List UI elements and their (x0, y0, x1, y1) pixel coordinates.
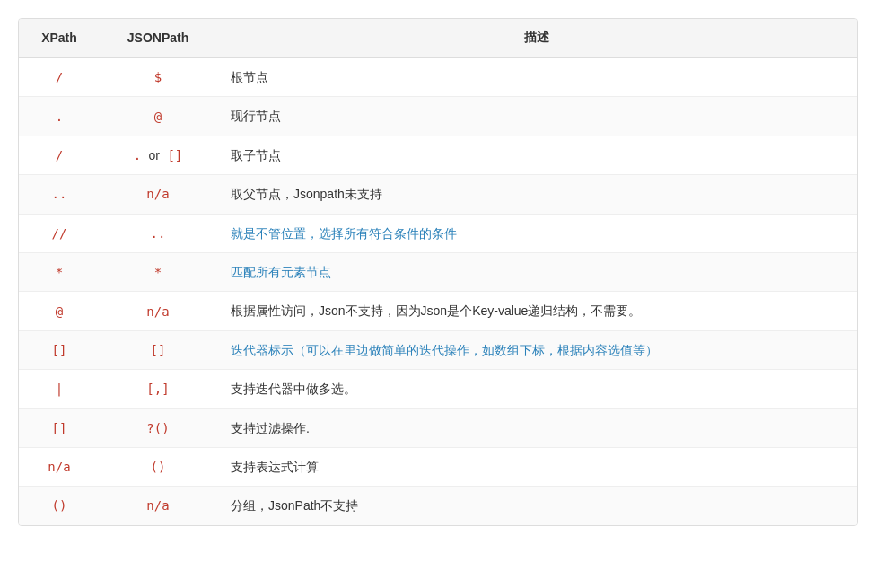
desc-header: 描述 (216, 19, 857, 57)
table-row: /$根节点 (19, 57, 857, 97)
desc-cell: 支持迭代器中做多选。 (216, 370, 857, 408)
table-row: //..就是不管位置，选择所有符合条件的条件 (19, 214, 857, 252)
table-row: []?()支持过滤操作. (19, 408, 857, 447)
jsonpath-cell: n/a (100, 292, 216, 330)
desc-cell: 现行节点 (216, 97, 857, 136)
xpath-cell: / (19, 136, 100, 174)
jsonpath-header: JSONPath (100, 19, 216, 57)
xpath-cell: @ (19, 292, 100, 330)
jsonpath-cell: [,] (100, 370, 216, 408)
jsonpath-cell: . or [] (100, 136, 216, 174)
jsonpath-cell: () (100, 447, 216, 486)
table-row: **匹配所有元素节点 (19, 252, 857, 291)
table-header-row: XPath JSONPath 描述 (19, 19, 857, 57)
comparison-table: XPath JSONPath 描述 /$根节点.@现行节点/. or []取子节… (18, 18, 858, 526)
desc-cell: 支持表达式计算 (216, 447, 857, 486)
table-row: n/a()支持表达式计算 (19, 447, 857, 486)
jsonpath-cell: n/a (100, 175, 216, 214)
jsonpath-cell: $ (100, 57, 216, 97)
jsonpath-cell: .. (100, 214, 216, 252)
table-row: /. or []取子节点 (19, 136, 857, 174)
xpath-cell: // (19, 214, 100, 252)
desc-cell: 匹配所有元素节点 (216, 252, 857, 291)
desc-cell: 支持过滤操作. (216, 408, 857, 447)
table-row: |[,]支持迭代器中做多选。 (19, 370, 857, 408)
desc-cell: 根据属性访问，Json不支持，因为Json是个Key-value递归结构，不需要… (216, 292, 857, 330)
jsonpath-cell: * (100, 252, 216, 291)
jsonpath-cell: @ (100, 97, 216, 136)
xpath-header: XPath (19, 19, 100, 57)
xpath-cell: n/a (19, 447, 100, 486)
table-row: [][]迭代器标示（可以在里边做简单的迭代操作，如数组下标，根据内容选值等） (19, 330, 857, 369)
jsonpath-cell: ?() (100, 408, 216, 447)
table-row: ()n/a分组，JsonPath不支持 (19, 487, 857, 525)
table-row: .@现行节点 (19, 97, 857, 136)
xpath-cell: . (19, 97, 100, 136)
xpath-cell: | (19, 370, 100, 408)
xpath-cell: [] (19, 330, 100, 369)
xpath-cell: .. (19, 175, 100, 214)
xpath-cell: / (19, 57, 100, 97)
desc-cell: 取子节点 (216, 136, 857, 174)
xpath-cell: [] (19, 408, 100, 447)
xpath-cell: * (19, 252, 100, 291)
desc-cell: 取父节点，Jsonpath未支持 (216, 175, 857, 214)
table-row: ..n/a取父节点，Jsonpath未支持 (19, 175, 857, 214)
jsonpath-cell: n/a (100, 487, 216, 525)
desc-cell: 根节点 (216, 57, 857, 97)
jsonpath-cell: [] (100, 330, 216, 369)
table-row: @n/a根据属性访问，Json不支持，因为Json是个Key-value递归结构… (19, 292, 857, 330)
desc-cell: 分组，JsonPath不支持 (216, 487, 857, 525)
desc-cell: 迭代器标示（可以在里边做简单的迭代操作，如数组下标，根据内容选值等） (216, 330, 857, 369)
desc-cell: 就是不管位置，选择所有符合条件的条件 (216, 214, 857, 252)
xpath-cell: () (19, 487, 100, 525)
